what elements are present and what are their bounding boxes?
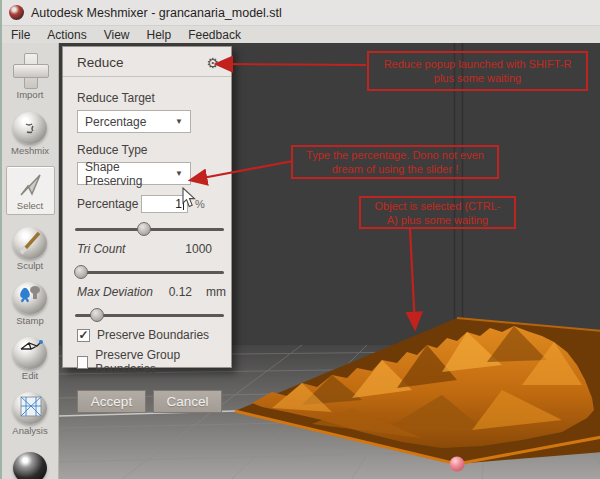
preserve-boundaries-label: Preserve Boundaries <box>97 328 209 342</box>
sidebar-item-meshmix[interactable]: Meshmix <box>4 109 57 156</box>
note-line: A) plus some waiting <box>361 213 514 227</box>
percentage-input[interactable]: 1 <box>141 195 188 213</box>
transform-handle-sphere[interactable] <box>450 457 465 472</box>
sphere-mesh-icon <box>13 392 47 424</box>
slider-track <box>75 271 224 274</box>
note-line: dream of using the slider ! <box>293 162 497 176</box>
menu-bar: File Actions View Help Feedback <box>2 26 600 43</box>
mouse-cursor-icon <box>182 187 198 209</box>
title-bar[interactable]: Autodesk Meshmixer - grancanaria_model.s… <box>2 0 600 26</box>
preserve-boundaries-row[interactable]: ✓ Preserve Boundaries <box>77 328 222 342</box>
note-line: plus some waiting <box>369 71 586 85</box>
percentage-value: 1 <box>175 197 182 211</box>
reduce-target-label: Reduce Target <box>77 91 222 105</box>
chevron-down-icon: ▼ <box>175 117 183 126</box>
sphere-wireframe-icon <box>13 337 47 369</box>
cursor-arrow-icon <box>15 171 45 199</box>
menu-file[interactable]: File <box>11 28 30 42</box>
menu-actions[interactable]: Actions <box>47 28 86 42</box>
dialog-title: Reduce <box>77 55 124 70</box>
checkbox-unchecked-icon[interactable] <box>77 356 88 369</box>
gear-icon[interactable]: ⚙ <box>206 56 219 70</box>
accept-button[interactable]: Accept <box>77 390 146 413</box>
max-deviation-unit: mm <box>206 285 226 299</box>
tri-count-value: 1000 <box>185 242 212 256</box>
reduce-dialog: Reduce ⚙ Reduce Target Percentage ▼ Redu… <box>62 46 232 368</box>
tool-label: Import <box>17 89 44 100</box>
sidebar-item-shaders[interactable]: Shaders <box>4 449 57 479</box>
reduce-target-value: Percentage <box>85 115 146 129</box>
tool-label: Meshmix <box>11 145 49 156</box>
max-deviation-value: 0.12 <box>169 285 192 299</box>
reduce-type-dropdown[interactable]: Shape Preserving ▼ <box>77 162 191 185</box>
reduce-target-dropdown[interactable]: Percentage ▼ <box>77 110 191 133</box>
annotation-note-shift-r: Reduce popup launched with SHIFT-R plus … <box>367 51 588 91</box>
sidebar-item-analysis[interactable]: Analysis <box>4 389 57 436</box>
window-title: Autodesk Meshmixer - grancanaria_model.s… <box>31 6 282 20</box>
percentage-label: Percentage <box>77 197 141 211</box>
tool-label: Sculpt <box>17 260 43 271</box>
meshmixer-logo-icon <box>9 5 24 20</box>
tool-label: Edit <box>22 370 38 381</box>
checkbox-checked-icon[interactable]: ✓ <box>77 329 90 342</box>
plus-icon <box>12 52 48 88</box>
sidebar-item-stamp[interactable]: Stamp <box>4 279 57 326</box>
tool-label: Select <box>17 200 43 211</box>
sidebar-item-select[interactable]: Select <box>6 166 55 215</box>
chevron-down-icon: ▼ <box>175 169 183 178</box>
sidebar-item-import[interactable]: Import <box>4 49 57 100</box>
sphere-fleur-icon <box>13 282 47 314</box>
tool-label: Stamp <box>16 315 43 326</box>
tri-count-slider[interactable] <box>75 265 224 279</box>
note-line: Object is selected (CTRL- <box>361 199 514 213</box>
preserve-group-boundaries-row[interactable]: Preserve Group Boundaries <box>77 348 222 376</box>
max-deviation-slider[interactable] <box>75 308 224 322</box>
dark-sphere-icon <box>13 452 47 479</box>
menu-view[interactable]: View <box>104 28 130 42</box>
reduce-dialog-header: Reduce ⚙ <box>63 47 231 77</box>
sidebar-item-sculpt[interactable]: Sculpt <box>4 224 57 271</box>
tool-label: Analysis <box>12 425 47 436</box>
preserve-group-boundaries-label: Preserve Group Boundaries <box>95 348 222 376</box>
note-line: Reduce popup launched with SHIFT-R <box>369 57 586 71</box>
annotation-note-percentage: Type the percentage. Dono not even dream… <box>291 145 499 179</box>
reduce-type-value: Shape Preserving <box>85 160 175 188</box>
reduce-type-label: Reduce Type <box>77 143 222 157</box>
slider-thumb[interactable] <box>74 265 88 279</box>
cancel-button[interactable]: Cancel <box>153 390 222 413</box>
meshmixer-window: Autodesk Meshmixer - grancanaria_model.s… <box>0 0 600 479</box>
slider-thumb[interactable] <box>90 308 104 322</box>
percentage-slider[interactable] <box>75 222 224 236</box>
tri-count-label: Tri Count <box>77 242 125 256</box>
sphere-chisel-icon <box>13 227 47 259</box>
note-line: Type the percentage. Dono not even <box>293 148 497 162</box>
tool-sidebar: Import Meshmix Select Sculpt <box>2 43 59 479</box>
menu-feedback[interactable]: Feedback <box>188 28 241 42</box>
max-deviation-label: Max Deviation <box>77 285 153 299</box>
annotation-note-selected: Object is selected (CTRL- A) plus some w… <box>359 196 516 229</box>
sidebar-item-edit[interactable]: Edit <box>4 334 57 381</box>
menu-help[interactable]: Help <box>147 28 172 42</box>
slider-thumb[interactable] <box>137 222 151 236</box>
sphere-face-icon <box>13 112 47 144</box>
